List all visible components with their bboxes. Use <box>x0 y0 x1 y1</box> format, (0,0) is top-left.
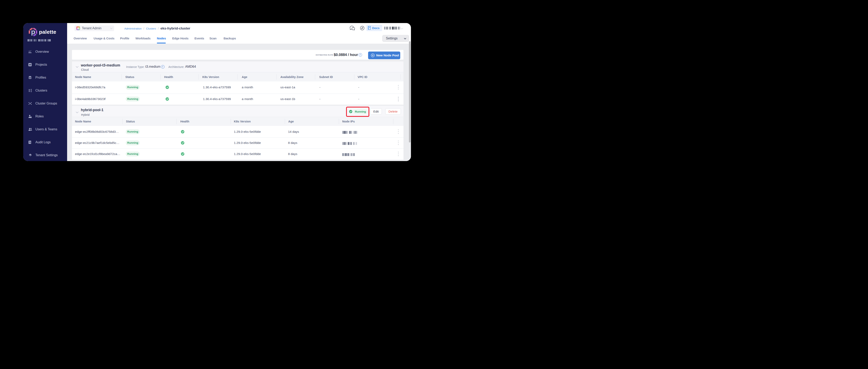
svg-text:p: p <box>31 28 35 36</box>
